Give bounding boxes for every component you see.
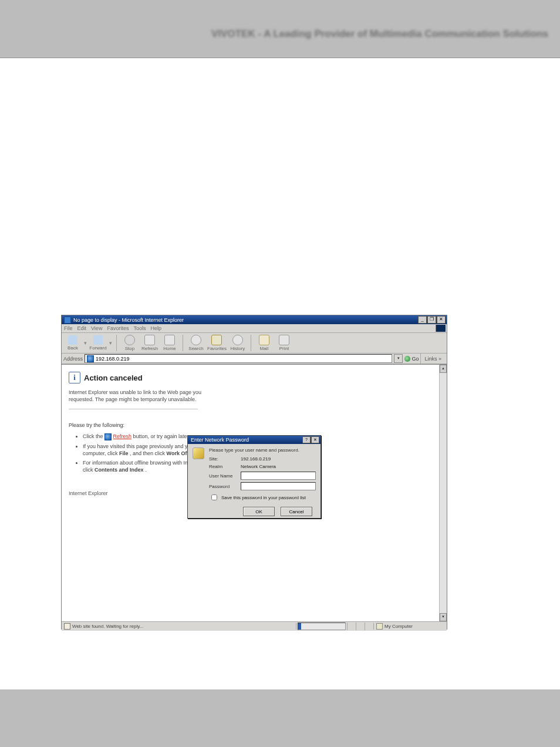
page-header-band: VIVOTEK - A Leading Provider of Multimed… [0,0,560,58]
username-input[interactable] [241,472,316,480]
dialog-body: Please type your user name and password.… [188,444,321,520]
search-icon [191,335,201,345]
menubar: File Edit View Favorites Tools Help [62,324,447,333]
forward-button[interactable]: Forward [89,335,107,351]
progress-bar [298,622,346,630]
toolbar: Back ▾ Forward ▾ Stop Refresh Home Searc… [62,333,447,354]
menu-tools[interactable]: Tools [133,325,146,331]
ok-button[interactable]: OK [243,507,275,516]
back-icon [68,335,77,345]
home-label: Home [163,346,176,351]
security-zone: My Computer [373,623,447,630]
mail-label: Mail [260,346,269,351]
mail-icon [259,335,269,345]
minimize-button[interactable]: _ [418,316,427,324]
back-label: Back [68,345,78,351]
ie-window: No page to display - Microsoft Internet … [61,315,447,630]
try-header: Please try the following: [69,422,374,428]
window-title: No page to display - Microsoft Internet … [73,317,184,323]
links-button[interactable]: Links » [420,354,445,364]
address-input[interactable]: 192.168.0.219 [85,354,392,363]
password-input[interactable] [241,482,316,490]
go-icon [404,356,410,362]
forward-icon [93,335,103,345]
menu-edit[interactable]: Edit [77,325,87,331]
search-button[interactable]: Search [187,335,205,351]
favorites-icon [211,335,222,345]
history-label: History [230,346,245,351]
text-bold: Contents and Index [95,467,144,473]
cancel-button[interactable]: Cancel [281,507,312,516]
dialog-close-button[interactable]: ✕ [311,436,319,443]
menu-favorites[interactable]: Favorites [107,325,129,331]
save-password-checkbox[interactable] [211,494,217,500]
menu-view[interactable]: View [91,325,102,331]
stop-icon [124,335,135,345]
menu-file[interactable]: File [64,325,73,331]
go-label: Go [411,356,419,362]
toolbar-separator [251,335,251,351]
text: . [145,467,147,473]
status-page-icon [64,623,70,630]
mail-button[interactable]: Mail [255,335,273,351]
refresh-mini-icon [104,433,112,440]
status-cell [365,622,373,630]
address-value: 192.168.0.219 [96,356,130,362]
dialog-help-button[interactable]: ? [302,436,311,443]
zone-icon [376,623,383,630]
status-cell [356,622,365,630]
back-button[interactable]: Back [64,335,82,351]
ie-icon [64,317,71,324]
toolbar-separator [183,335,183,351]
address-dropdown[interactable]: ▾ [394,354,403,363]
refresh-label: Refresh [141,346,158,351]
address-label: Address [63,356,83,362]
error-heading: Action canceled [84,374,143,382]
history-button[interactable]: History [229,335,247,351]
realm-label: Realm [209,464,241,469]
vertical-scrollbar[interactable]: ▲ ▼ [439,365,447,621]
stop-label: Stop [125,346,134,351]
brand-text: VIVOTEK - A Leading Provider of Multimed… [211,28,548,40]
ie-logo-icon [436,325,446,332]
password-label: Password [209,484,241,489]
site-value: 192.168.0.219 [241,456,316,462]
stop-button[interactable]: Stop [121,335,139,351]
key-icon [193,447,204,459]
scroll-down-icon[interactable]: ▼ [440,613,447,621]
refresh-button[interactable]: Refresh [141,335,158,351]
home-button[interactable]: Home [161,335,178,351]
print-button[interactable]: Print [275,335,293,351]
text: , and then click [130,450,167,456]
status-text: Web site found. Waiting for reply... [72,624,143,629]
error-explanation: Internet Explorer was unable to link to … [69,389,215,403]
search-label: Search [188,346,203,351]
address-bar: Address 192.168.0.219 ▾ Go Links » [62,354,447,364]
favorites-button[interactable]: Favorites [207,335,227,351]
menu-help[interactable]: Help [150,325,161,331]
home-icon [164,335,175,345]
dialog-title: Enter Network Password [191,437,249,443]
text-bold: File [119,450,129,456]
refresh-link[interactable]: Refresh [113,433,132,439]
maximize-button[interactable]: ❐ [427,316,436,324]
text: button, or try again later. [133,433,190,439]
titlebar: No page to display - Microsoft Internet … [62,315,447,324]
go-button[interactable]: Go [404,356,419,362]
status-cell [347,622,356,630]
site-label: Site: [209,456,241,462]
progress-fill [298,623,301,630]
page-content: ▲ ▼ i Action canceled Internet Explorer … [62,364,447,621]
scroll-up-icon[interactable]: ▲ [440,365,447,373]
info-icon: i [69,372,80,383]
realm-value: Network Camera [241,464,316,469]
history-icon [232,335,243,345]
zone-label: My Computer [384,624,413,629]
dialog-titlebar: Enter Network Password ? ✕ [188,436,321,444]
window-controls: _ ❐ ✕ [418,316,446,324]
dialog-prompt: Please type your user name and password. [209,447,316,453]
refresh-icon [144,335,155,345]
close-button[interactable]: ✕ [437,316,446,324]
status-bar: Web site found. Waiting for reply... My … [62,621,447,631]
page-footer-band [0,689,560,747]
